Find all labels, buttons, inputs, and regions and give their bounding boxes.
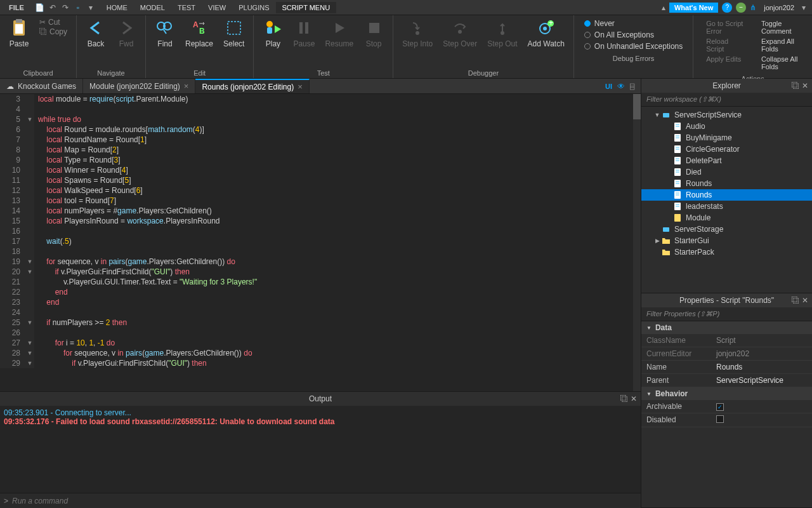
tree-item[interactable]: Died (641, 166, 812, 178)
code-content[interactable]: local RoundName = Round[1] (34, 135, 147, 145)
code-content[interactable]: local numPlayers = #game.Players:GetChil… (34, 206, 212, 216)
tree-item[interactable]: ▼ServerScriptService (641, 109, 812, 121)
fold-marker[interactable] (25, 145, 34, 155)
code-line[interactable]: 12 local WalkSpeed = Round[6] (0, 185, 641, 196)
fold-marker[interactable] (25, 104, 34, 114)
stepout-button[interactable]: Step Out (483, 17, 521, 50)
fold-marker[interactable]: ▼ (25, 114, 34, 124)
toggle-comment-button[interactable]: Toggle Comment (759, 19, 802, 36)
tree-item[interactable]: DeletePart (641, 155, 812, 166)
menu-file[interactable]: FILE (3, 2, 30, 13)
tree-item[interactable]: leaderstats (641, 201, 812, 212)
fold-marker[interactable] (25, 135, 34, 145)
fold-marker[interactable] (25, 236, 34, 246)
code-line[interactable]: 26 (0, 328, 641, 338)
code-line[interactable]: 25▼ if numPlayers >= 2 then (0, 318, 641, 328)
code-line[interactable]: 9 local Type = Round[3] (0, 155, 641, 165)
document-tab[interactable]: ☁Knockout Games (0, 79, 83, 93)
prop-value[interactable]: jonjon202 (711, 347, 812, 360)
fold-marker[interactable] (25, 226, 34, 236)
fold-marker[interactable] (25, 277, 34, 287)
code-content[interactable]: wait(.5) (34, 236, 72, 246)
fold-marker[interactable]: ▼ (25, 257, 34, 267)
play-button[interactable]: Play (259, 17, 287, 50)
menu-plugins[interactable]: PLUGINS (232, 2, 275, 13)
code-line[interactable]: 5▼while true do (0, 114, 641, 124)
prop-row[interactable]: Disabled (641, 413, 812, 427)
fold-marker[interactable] (25, 94, 34, 104)
code-content[interactable] (34, 307, 38, 318)
prop-row[interactable]: Archivable✓ (641, 400, 812, 413)
fold-marker[interactable] (25, 124, 34, 135)
command-input[interactable] (12, 497, 637, 505)
code-content[interactable] (34, 226, 38, 236)
code-line[interactable]: 29▼ if v.PlayerGui:FindFirstChild("GUI")… (0, 358, 641, 368)
code-content[interactable]: local PlayersInRound = workspace.Players… (34, 216, 220, 226)
apply-edits-button[interactable]: Apply Edits (704, 55, 746, 64)
scroll-thumb[interactable] (633, 94, 641, 119)
cut-button[interactable]: ✂Cut (39, 18, 67, 27)
close-icon[interactable]: × (298, 82, 303, 91)
code-content[interactable]: local WalkSpeed = Round[6] (34, 185, 143, 196)
fold-marker[interactable]: ▼ (25, 318, 34, 328)
code-content[interactable]: local module = require(script.Parent.Mod… (34, 94, 188, 104)
fold-marker[interactable] (25, 287, 34, 297)
document-tab[interactable]: Rounds (jonjon202 Editing)× (195, 79, 309, 93)
fwd-button[interactable]: Fwd (112, 17, 140, 50)
prop-value[interactable]: Rounds (711, 361, 812, 373)
copy-button[interactable]: ⿻Copy (39, 27, 67, 36)
output-close-icon[interactable]: ✕ (631, 394, 637, 403)
tree-item[interactable]: Rounds (641, 189, 812, 201)
code-line[interactable]: 24 (0, 307, 641, 318)
code-line[interactable]: 3local module = require(script.Parent.Mo… (0, 94, 641, 104)
back-button[interactable]: Back (82, 17, 110, 50)
fold-marker[interactable]: ▼ (25, 338, 34, 348)
output-popout-icon[interactable]: ⿻ (620, 394, 628, 403)
fold-marker[interactable] (25, 185, 34, 196)
menu-model[interactable]: MODEL (134, 2, 171, 13)
properties-filter[interactable]: Filter Properties (⇧⌘P) (641, 307, 812, 321)
pause-button[interactable]: Pause (289, 17, 318, 50)
fold-marker[interactable] (25, 175, 34, 185)
tree-item[interactable]: ▶StarterGui (641, 235, 812, 246)
code-line[interactable]: 11 local Spawns = Round[5] (0, 175, 641, 185)
code-content[interactable]: for i = 10, 1, -1 do (34, 338, 115, 348)
document-tab[interactable]: Module (jonjon202 Editing)× (83, 79, 195, 93)
eye-icon[interactable]: 👁 (617, 82, 625, 91)
tree-arrow-icon[interactable]: ▶ (653, 237, 662, 244)
tree-item[interactable]: BuyMinigame (641, 132, 812, 144)
fold-marker[interactable]: ▼ (25, 358, 34, 368)
explorer-filter[interactable]: Filter workspace (⇧⌘X) (641, 93, 812, 107)
tree-item[interactable]: Module (641, 212, 812, 224)
collapse-ribbon-icon[interactable]: ▴ (662, 3, 665, 12)
close-icon[interactable]: × (184, 81, 189, 91)
code-content[interactable]: local tool = Round[7] (34, 196, 116, 206)
code-line[interactable]: 13 local tool = Round[7] (0, 196, 641, 206)
code-line[interactable]: 23 end (0, 297, 641, 307)
code-content[interactable]: for sequence, v in pairs(game.Players:Ge… (34, 348, 252, 358)
fold-marker[interactable] (25, 246, 34, 257)
code-content[interactable] (34, 104, 38, 114)
code-line[interactable]: 6 local Round = module.rounds[math.rando… (0, 124, 641, 135)
code-line[interactable]: 28▼ for sequence, v in pairs(game.Player… (0, 348, 641, 358)
code-line[interactable]: 4 (0, 104, 641, 114)
code-content[interactable] (34, 328, 38, 338)
props-close-icon[interactable]: ✕ (802, 296, 808, 305)
ui-badge[interactable]: UI (605, 83, 612, 90)
stop-button[interactable]: Stop (360, 17, 388, 50)
fold-marker[interactable] (25, 206, 34, 216)
find-button[interactable]: Find (151, 17, 179, 50)
code-content[interactable] (34, 246, 38, 257)
undo-icon[interactable]: ↶ (48, 3, 57, 12)
expand-folds-button[interactable]: Expand All Folds (759, 37, 802, 53)
prop-value[interactable]: ServerScriptService (711, 374, 812, 387)
fold-marker[interactable]: ▼ (25, 348, 34, 358)
code-line[interactable]: 8 local Map = Round[2] (0, 145, 641, 155)
device-icon[interactable]: ⌸ (630, 82, 634, 91)
user-label[interactable]: jonjon202 (760, 4, 798, 11)
tree-arrow-icon[interactable]: ▼ (653, 112, 662, 118)
fold-marker[interactable] (25, 216, 34, 226)
code-line[interactable]: 7 local RoundName = Round[1] (0, 135, 641, 145)
code-editor[interactable]: 3local module = require(script.Parent.Mo… (0, 94, 641, 391)
stepover-button[interactable]: Step Over (439, 17, 481, 50)
